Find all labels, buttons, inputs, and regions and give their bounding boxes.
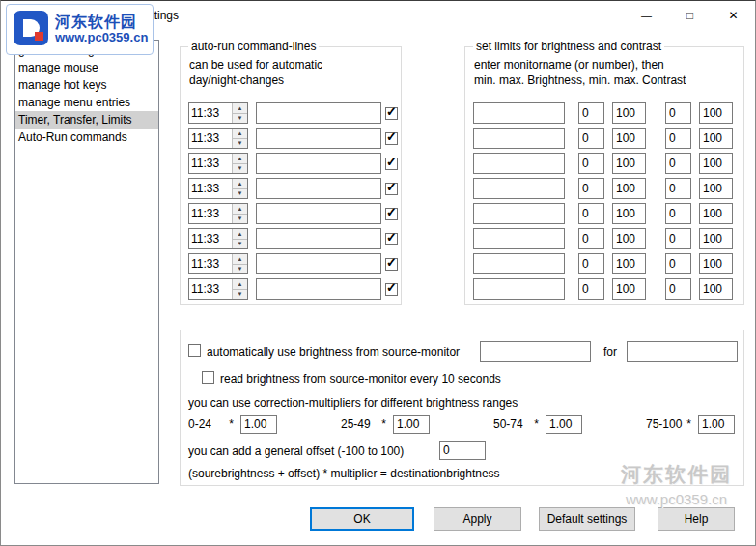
monitor-name-input[interactable] (473, 253, 565, 274)
spin-down-button[interactable]: ▼ (233, 163, 247, 174)
command-input[interactable] (256, 128, 381, 149)
min-brightness-input[interactable] (578, 128, 604, 149)
spin-up-button[interactable]: ▲ (233, 204, 247, 214)
sidebar-item[interactable]: manage hot keys (15, 76, 158, 94)
sidebar-item[interactable]: Auto-Run commands (15, 129, 158, 146)
multiplier-input[interactable] (546, 415, 582, 434)
command-input[interactable] (256, 153, 381, 174)
command-input[interactable] (256, 102, 381, 124)
max-contrast-input[interactable] (699, 203, 733, 224)
enabled-checkbox[interactable]: ✓ (385, 258, 398, 271)
spin-up-button[interactable]: ▲ (233, 229, 247, 239)
enabled-checkbox[interactable]: ✓ (385, 132, 398, 145)
sidebar-item[interactable]: manage mouse (15, 59, 158, 76)
min-contrast-input[interactable] (665, 153, 691, 174)
spin-down-button[interactable]: ▼ (233, 113, 247, 124)
min-contrast-input[interactable] (665, 253, 691, 274)
multiplier-input[interactable] (393, 415, 430, 434)
apply-button[interactable]: Apply (434, 507, 521, 531)
spin-up-button[interactable]: ▲ (233, 179, 247, 188)
monitor-name-input[interactable] (473, 228, 565, 249)
auto-brightness-checkbox[interactable] (188, 344, 201, 357)
command-input[interactable] (256, 228, 381, 249)
source-monitor-input[interactable] (480, 341, 591, 362)
min-brightness-input[interactable] (578, 253, 604, 274)
max-contrast-input[interactable] (699, 153, 733, 174)
enabled-checkbox[interactable]: ✓ (385, 283, 398, 296)
monitor-name-input[interactable] (473, 178, 565, 199)
spin-up-button[interactable]: ▲ (233, 254, 247, 264)
command-input[interactable] (256, 178, 381, 199)
min-contrast-input[interactable] (665, 203, 691, 224)
spin-up-button[interactable]: ▲ (233, 279, 247, 289)
spin-up-button[interactable]: ▲ (233, 103, 247, 113)
time-input[interactable] (189, 179, 232, 198)
max-contrast-input[interactable] (699, 178, 733, 199)
spin-up-button[interactable]: ▲ (233, 129, 247, 138)
max-brightness-input[interactable] (612, 153, 646, 174)
max-brightness-input[interactable] (612, 128, 646, 149)
max-contrast-input[interactable] (699, 128, 733, 149)
spin-up-button[interactable]: ▲ (233, 154, 247, 163)
minimize-button[interactable]: — (625, 1, 668, 30)
command-input[interactable] (256, 278, 381, 300)
max-brightness-input[interactable] (612, 228, 646, 249)
min-contrast-input[interactable] (665, 278, 691, 300)
min-brightness-input[interactable] (578, 278, 604, 300)
min-contrast-input[interactable] (665, 102, 691, 124)
max-contrast-input[interactable] (699, 102, 733, 124)
min-brightness-input[interactable] (578, 153, 604, 174)
max-contrast-input[interactable] (699, 278, 733, 300)
spin-down-button[interactable]: ▼ (233, 214, 247, 224)
time-input[interactable] (189, 204, 232, 223)
enabled-checkbox[interactable]: ✓ (385, 208, 398, 220)
max-brightness-input[interactable] (612, 253, 646, 274)
time-input[interactable] (189, 103, 232, 123)
destination-monitor-input[interactable] (627, 341, 738, 362)
min-contrast-input[interactable] (665, 228, 691, 249)
max-brightness-input[interactable] (612, 178, 646, 199)
time-input[interactable] (189, 279, 232, 299)
min-contrast-input[interactable] (665, 178, 691, 199)
min-brightness-input[interactable] (578, 102, 604, 124)
spin-down-button[interactable]: ▼ (233, 239, 247, 249)
time-input[interactable] (189, 229, 232, 248)
command-input[interactable] (256, 253, 381, 274)
offset-input[interactable] (439, 441, 486, 460)
default-settings-button[interactable]: Default settings (539, 507, 635, 531)
enabled-checkbox[interactable]: ✓ (385, 107, 398, 120)
enabled-checkbox[interactable]: ✓ (385, 158, 398, 170)
max-brightness-input[interactable] (612, 102, 646, 124)
read-brightness-checkbox[interactable] (202, 371, 214, 384)
spin-down-button[interactable]: ▼ (233, 138, 247, 149)
max-contrast-input[interactable] (699, 253, 733, 274)
max-brightness-input[interactable] (612, 278, 646, 300)
multiplier-input[interactable] (240, 415, 277, 434)
time-input[interactable] (189, 254, 232, 273)
min-contrast-input[interactable] (665, 128, 691, 149)
spin-down-button[interactable]: ▼ (233, 264, 247, 274)
sidebar-item[interactable]: manage menu entries (15, 94, 158, 111)
monitor-name-input[interactable] (473, 203, 565, 224)
max-brightness-input[interactable] (612, 203, 646, 224)
max-contrast-input[interactable] (699, 228, 733, 249)
ok-button[interactable]: OK (310, 507, 414, 531)
monitor-name-input[interactable] (473, 278, 565, 300)
close-button[interactable]: ✕ (712, 1, 755, 30)
min-brightness-input[interactable] (578, 228, 604, 249)
min-brightness-input[interactable] (578, 178, 604, 199)
sidebar-item[interactable]: Timer, Transfer, Limits (15, 111, 158, 129)
spin-down-button[interactable]: ▼ (233, 188, 247, 199)
enabled-checkbox[interactable]: ✓ (385, 183, 398, 195)
help-button[interactable]: Help (658, 507, 735, 531)
monitor-name-input[interactable] (473, 102, 565, 124)
monitor-name-input[interactable] (473, 128, 565, 149)
command-input[interactable] (256, 203, 381, 224)
time-input[interactable] (189, 154, 232, 173)
maximize-button[interactable]: □ (668, 1, 712, 30)
spin-down-button[interactable]: ▼ (233, 289, 247, 300)
enabled-checkbox[interactable]: ✓ (385, 233, 398, 245)
multiplier-input[interactable] (698, 415, 735, 434)
monitor-name-input[interactable] (473, 153, 565, 174)
min-brightness-input[interactable] (578, 203, 604, 224)
